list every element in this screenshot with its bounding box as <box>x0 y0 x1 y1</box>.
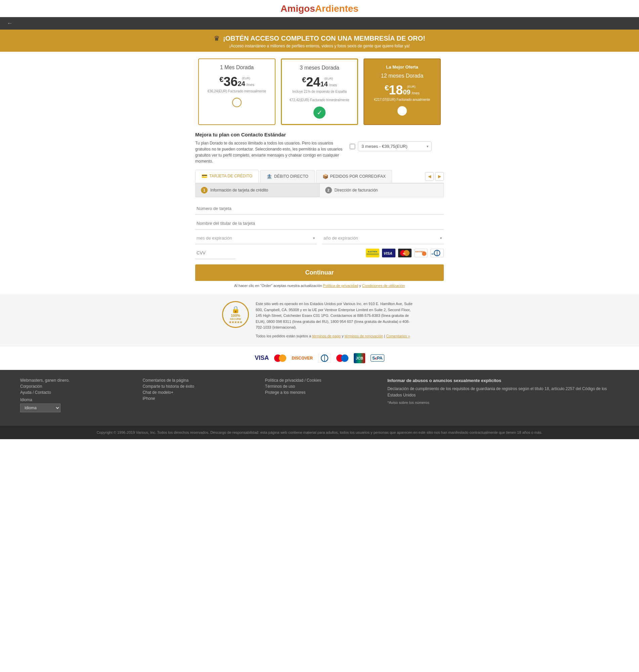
terms-pago-link[interactable]: términos de pago <box>312 334 341 338</box>
plan-radio-1mes[interactable] <box>232 98 241 107</box>
plan-title-12meses: 12 meses Dorada <box>370 73 435 79</box>
secure-badge: 🔒 100% SECURE ★★★★★ <box>222 301 249 328</box>
crown-icon: ♛ <box>214 35 220 42</box>
step-1-indicator: 1 Información de tarjeta de crédito <box>196 184 320 197</box>
footer-chatmodelo-link[interactable]: Chat de modelo+ <box>142 390 258 395</box>
plan-card-1mes[interactable]: 1 Mes Dorada € 36 (EUR) 24 /mes €36,24(E… <box>198 59 276 125</box>
terms-text: Al hacer clic en "Order" aceptas nuestra… <box>195 284 444 287</box>
terms-renovacion-link[interactable]: términos de renovación <box>345 334 383 338</box>
contact-standard-title: Mejora tu plan con Contacto Estándar <box>195 132 444 137</box>
secure-stars: ★★★★★ <box>229 321 242 324</box>
footer-col-3: Política de privacidad / Cookies Término… <box>265 378 381 412</box>
logo-amigos: Amigos <box>281 3 315 14</box>
discover-icon: DISCOVER <box>414 249 428 257</box>
terms-of-use-link[interactable]: Condiciones de utilización <box>362 284 405 287</box>
gold-banner: ♛ ¡OBTÉN ACCESO COMPLETO CON UNA MEMBRES… <box>0 30 639 52</box>
plan-card-3meses[interactable]: 3 meses Dorada € 24 (EUR) 14 /mes Incluy… <box>281 59 358 125</box>
card-number-input[interactable] <box>195 203 444 215</box>
secure-terms-line: Todos los pedidos están sujetos a términ… <box>256 333 417 339</box>
footer-menores-link[interactable]: Protege a los menores <box>265 390 381 395</box>
continue-button[interactable]: Continuar <box>195 264 444 281</box>
tab-next-arrow[interactable]: ▶ <box>435 172 444 181</box>
footer-visa-icon: VISA <box>255 353 269 363</box>
language-select[interactable]: Idioma <box>20 404 61 412</box>
footer-ayuda-link[interactable]: Ayuda / Contacto <box>20 390 136 395</box>
expiry-month-wrapper: mes de expiración <box>195 232 317 244</box>
plan-note-3meses: €72,42(EUR) Facturado trimestralmente <box>287 98 352 102</box>
payment-tabs: 💳 TARJETA DE CRÉDITO 🏦 DÉBITO DIRECTO 📦 … <box>195 170 444 183</box>
step-1-label: Información de tarjeta de crédito <box>210 188 268 192</box>
tab-prev-arrow[interactable]: ◀ <box>425 172 434 181</box>
secure-label: SECURE <box>230 317 241 321</box>
diners-icon: DC <box>430 249 444 257</box>
footer-diners-icon <box>318 353 331 363</box>
plan-mes-12meses: /mes <box>411 91 420 95</box>
footer-payments: VISA DISCOVER JCB S€PA <box>0 346 639 370</box>
card-number-field-wrapper <box>195 203 444 217</box>
expiry-year-select[interactable]: año de expiración <box>322 232 444 244</box>
mastercard-icon: MC <box>398 249 411 257</box>
plan-selected-checkmark[interactable]: ✓ <box>313 107 326 119</box>
plan-radio-12meses[interactable] <box>398 106 407 115</box>
tab-debit-label: DÉBITO DIRECTO <box>274 174 308 179</box>
step-2-label: Dirección de facturación <box>334 188 378 192</box>
plan-card-12meses[interactable]: La Mejor Oferta 12 meses Dorada € 18 (EU… <box>363 59 441 125</box>
footer-col-4: Informar de abusos o anuncios sexualment… <box>387 378 619 412</box>
footer-mc-icon <box>274 353 286 363</box>
plan-decimal-1mes: 24 <box>237 80 245 87</box>
terms-prefix: Al hacer clic en "Order" aceptas nuestra… <box>234 284 323 287</box>
footer-corporacion-link[interactable]: Corporación <box>20 384 136 389</box>
copyright-text: Copyright © 1996-2019 Various, Inc. Todo… <box>20 431 619 435</box>
footer-iphone-link[interactable]: iPhone <box>142 396 258 401</box>
cardholder-name-input[interactable] <box>195 217 444 230</box>
cvv-row: ELECTRON VISA MC <box>195 247 444 259</box>
plan-price-main-3meses: 24 <box>306 76 320 88</box>
footer-discover-icon: DISCOVER <box>292 353 313 363</box>
privacy-link[interactable]: Política de privacidad <box>323 284 358 287</box>
site-header: AmigosArdientes <box>0 0 639 17</box>
comentarios-link[interactable]: Comentarios » <box>386 334 410 338</box>
plan-title-3meses: 3 meses Dorada <box>287 65 352 71</box>
footer-historia-link[interactable]: Comparte tu historia de éxito <box>142 384 258 389</box>
footer-comments-link[interactable]: Comentarios de la página <box>142 378 258 383</box>
step-2-indicator: 2 Dirección de facturación <box>320 184 444 197</box>
cardholder-name-field-wrapper <box>195 217 444 232</box>
step-2-num: 2 <box>325 187 332 193</box>
footer-privacy-link[interactable]: Política de privacidad / Cookies <box>265 378 381 383</box>
svg-text:VISA: VISA <box>384 251 392 255</box>
tab-mail[interactable]: 📦 PEDIDOS POR CORREO/FAX <box>316 170 392 183</box>
banner-title: ¡OBTÉN ACCESO COMPLETO CON UNA MEMBRESÍA… <box>223 35 425 42</box>
plan-eur-12meses: (EUR) <box>403 85 420 88</box>
footer-col-1: Webmasters, ganen dinero. Corporación Ay… <box>20 378 136 412</box>
expiry-row: mes de expiración año de expiración <box>195 232 444 244</box>
cvv-input[interactable] <box>195 247 235 259</box>
footer-webmasters-link[interactable]: Webmasters, ganen dinero. <box>20 378 136 383</box>
lock-icon: 🔒 <box>232 306 240 313</box>
tab-debit[interactable]: 🏦 DÉBITO DIRECTO <box>260 170 315 183</box>
svg-rect-2 <box>367 253 379 255</box>
tab-credit-label: TARJETA DE CRÉDITO <box>209 174 252 178</box>
footer-abuse-heading: Informar de abusos o anuncios sexualment… <box>387 378 619 383</box>
tab-credit-card[interactable]: 💳 TARJETA DE CRÉDITO <box>195 170 259 183</box>
secure-pct: 100% <box>231 313 240 317</box>
nav-bar: ← <box>0 17 639 30</box>
contact-standard-checkbox[interactable] <box>350 144 355 149</box>
plan-note-12meses: €217,07(EUR) Facturado anualmente <box>370 98 435 101</box>
expiry-year-wrapper: año de expiración <box>322 232 444 244</box>
plan-price-main-12meses: 18 <box>389 84 403 96</box>
debit-icon: 🏦 <box>266 174 272 179</box>
footer-terminos-link[interactable]: Términos de uso <box>265 384 381 389</box>
plan-price-main-1mes: 36 <box>223 75 237 88</box>
tab-mail-label: PEDIDOS POR CORREO/FAX <box>330 174 386 179</box>
plan-currency-12meses: € <box>385 84 389 92</box>
footer-numbers-note: *Aviso sobre los números <box>387 400 619 406</box>
credit-card-icon: 💳 <box>202 173 207 179</box>
logo: AmigosArdientes <box>0 3 639 14</box>
contact-standard-section: Mejora tu plan con Contacto Estándar Tu … <box>175 128 464 170</box>
expiry-month-select[interactable]: mes de expiración <box>195 232 317 244</box>
visa-card-icon: VISA <box>382 249 395 257</box>
contact-standard-select[interactable]: 3 meses - €39,75(EUR) <box>358 141 432 151</box>
banner-subtitle: ¡Acceso instantáneo a millones de perfil… <box>7 44 632 48</box>
back-arrow-icon[interactable]: ← <box>7 20 13 27</box>
plan-note1-3meses: Incluye 21% de impuesto de España <box>287 90 352 93</box>
